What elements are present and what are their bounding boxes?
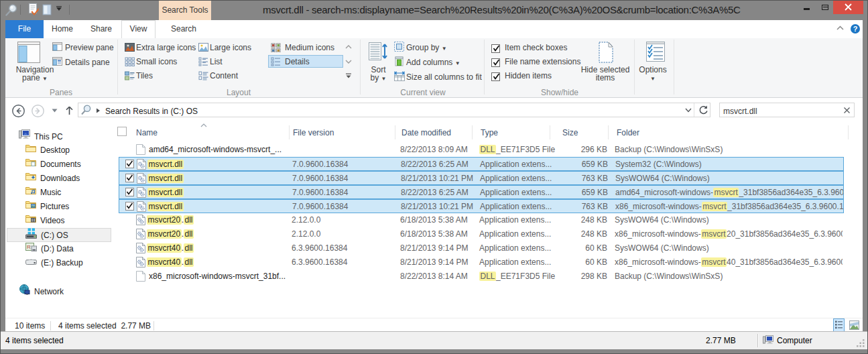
svg-text:R: R: [27, 244, 31, 250]
